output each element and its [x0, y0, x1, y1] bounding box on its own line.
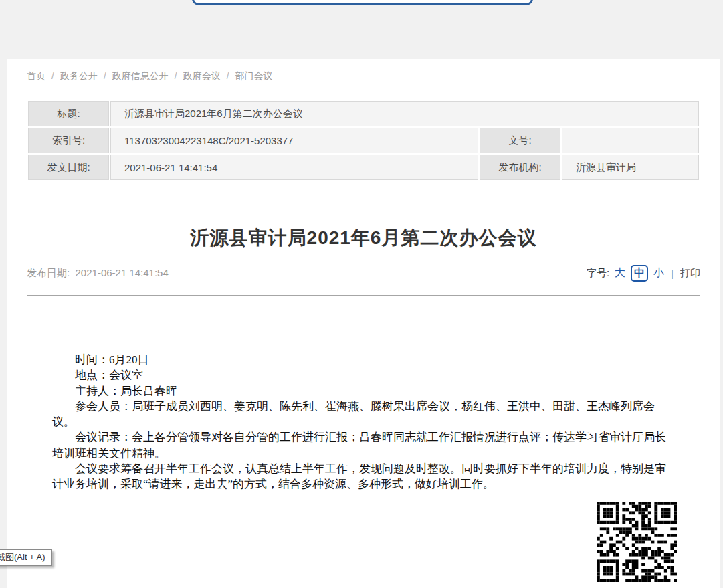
screenshot-tooltip: 截图(Alt + A) — [0, 549, 52, 566]
meta-org-label: 发布机构: — [480, 155, 560, 180]
article-body: 时间：6月20日 地点：会议室 主持人：局长吕春晖 参会人员：局班子成员刘西明、… — [27, 352, 700, 492]
breadcrumb: 首页/政务公开/政府信息公开/政府会议/部门会议 — [27, 70, 700, 92]
font-size-small-button[interactable]: 小 — [653, 266, 664, 280]
qr-code — [27, 502, 700, 588]
publish-date-label: 发布日期: — [27, 267, 70, 278]
breadcrumb-separator: / — [51, 70, 54, 81]
table-row: 标题: 沂源县审计局2021年6月第二次办公会议 — [28, 101, 699, 126]
meta-docno-label: 文号: — [480, 128, 560, 153]
breadcrumb-open-gov[interactable]: 政务公开 — [60, 70, 98, 81]
meta-org-value: 沂源县审计局 — [562, 155, 699, 180]
meta-title-value: 沂源县审计局2021年6月第二次办公会议 — [110, 101, 699, 126]
table-row: 索引号: 11370323004223148C/2021-5203377 文号: — [28, 128, 699, 153]
meta-date-label: 发文日期: — [28, 155, 109, 180]
breadcrumb-separator: / — [104, 70, 106, 81]
search-input[interactable] — [192, 0, 533, 5]
article-paragraph: 地点：会议室 — [52, 367, 671, 383]
divider — [27, 295, 700, 296]
breadcrumb-gov-info[interactable]: 政府信息公开 — [112, 70, 169, 81]
meta-docno-value — [562, 128, 699, 153]
print-button[interactable]: 打印 — [680, 267, 700, 280]
breadcrumb-dept-meetings[interactable]: 部门会议 — [235, 70, 273, 81]
divider: | — [671, 268, 674, 279]
font-size-large-button[interactable]: 大 — [615, 266, 625, 280]
meta-index-value: 11370323004223148C/2021-5203377 — [110, 128, 478, 153]
article-toolbar: 发布日期: 2021-06-21 14:41:54 字号: 大 中 小 | 打印 — [27, 265, 700, 282]
page-title: 沂源县审计局2021年6月第二次办公会议 — [27, 225, 700, 251]
breadcrumb-separator: / — [227, 70, 229, 81]
meta-index-label: 索引号: — [28, 128, 109, 153]
article-paragraph: 时间：6月20日 — [52, 352, 671, 367]
breadcrumb-home[interactable]: 首页 — [27, 70, 45, 81]
article-paragraph: 参会人员：局班子成员刘西明、姜克明、陈先利、崔海燕、滕树果出席会议，杨红伟、王洪… — [52, 399, 671, 430]
article-paragraph: 会议记录：会上各分管领导对各自分管的工作进行汇报；吕春晖同志就工作汇报情况进行点… — [52, 429, 671, 461]
document-meta-table: 标题: 沂源县审计局2021年6月第二次办公会议 索引号: 1137032300… — [27, 100, 700, 181]
content-card: 首页/政务公开/政府信息公开/政府会议/部门会议 标题: 沂源县审计局2021年… — [7, 59, 720, 588]
publish-date-value: 2021-06-21 14:41:54 — [76, 267, 169, 278]
font-size-label: 字号: — [587, 267, 609, 280]
article-paragraph: 会议要求筹备召开半年工作会议，认真总结上半年工作，发现问题及时整改。同时要抓好下… — [52, 461, 671, 492]
font-size-controls: 字号: 大 中 小 | 打印 — [587, 265, 700, 282]
breadcrumb-separator: / — [175, 70, 177, 81]
article-paragraph: 主持人：局长吕春晖 — [52, 383, 671, 399]
meta-title-label: 标题: — [28, 101, 109, 126]
table-row: 发文日期: 2021-06-21 14:41:54 发布机构: 沂源县审计局 — [28, 155, 699, 180]
publish-date: 发布日期: 2021-06-21 14:41:54 — [27, 267, 169, 280]
meta-date-value: 2021-06-21 14:41:54 — [110, 155, 478, 180]
breadcrumb-gov-meetings[interactable]: 政府会议 — [183, 70, 221, 81]
font-size-medium-button[interactable]: 中 — [631, 265, 648, 282]
